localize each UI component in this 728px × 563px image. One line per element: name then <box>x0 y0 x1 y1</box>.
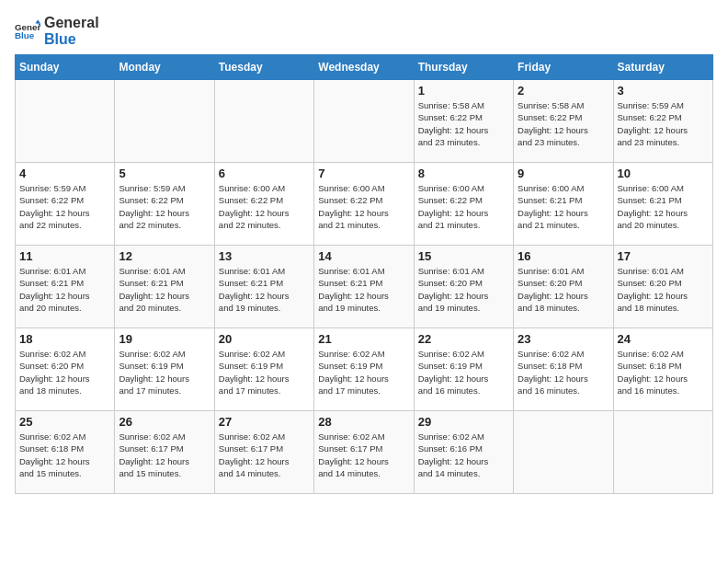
weekday-header: Tuesday <box>214 55 313 80</box>
day-info: Sunrise: 6:02 AM Sunset: 6:18 PM Dayligh… <box>618 348 709 396</box>
day-info: Sunrise: 5:59 AM Sunset: 6:22 PM Dayligh… <box>618 99 709 148</box>
day-number: 12 <box>119 249 210 263</box>
calendar-cell: 17Sunrise: 6:01 AM Sunset: 6:20 PM Dayli… <box>613 246 712 328</box>
day-number: 4 <box>19 167 110 180</box>
calendar-cell: 12Sunrise: 6:01 AM Sunset: 6:21 PM Dayli… <box>115 246 214 328</box>
day-info: Sunrise: 6:02 AM Sunset: 6:20 PM Dayligh… <box>19 348 110 396</box>
calendar-header: SundayMondayTuesdayWednesdayThursdayFrid… <box>16 55 713 80</box>
calendar-cell <box>613 411 712 494</box>
header: General Blue General Blue <box>15 15 713 47</box>
day-number: 17 <box>618 249 709 263</box>
calendar-cell: 11Sunrise: 6:01 AM Sunset: 6:21 PM Dayli… <box>16 246 115 328</box>
calendar-cell: 16Sunrise: 6:01 AM Sunset: 6:20 PM Dayli… <box>514 246 613 328</box>
day-info: Sunrise: 6:01 AM Sunset: 6:20 PM Dayligh… <box>618 265 709 314</box>
svg-text:Blue: Blue <box>15 30 35 40</box>
calendar-cell: 5Sunrise: 5:59 AM Sunset: 6:22 PM Daylig… <box>115 163 214 246</box>
day-number: 21 <box>318 332 409 346</box>
day-number: 19 <box>119 332 210 346</box>
weekday-header: Saturday <box>613 55 712 80</box>
calendar-cell: 15Sunrise: 6:01 AM Sunset: 6:20 PM Dayli… <box>414 246 513 328</box>
day-info: Sunrise: 6:00 AM Sunset: 6:21 PM Dayligh… <box>618 182 709 231</box>
calendar-week-row: 4Sunrise: 5:59 AM Sunset: 6:22 PM Daylig… <box>16 163 713 246</box>
calendar-week-row: 1Sunrise: 5:58 AM Sunset: 6:22 PM Daylig… <box>16 80 713 163</box>
day-info: Sunrise: 6:00 AM Sunset: 6:21 PM Dayligh… <box>518 182 609 231</box>
day-number: 25 <box>19 415 110 429</box>
weekday-header: Friday <box>514 55 613 80</box>
day-info: Sunrise: 6:02 AM Sunset: 6:17 PM Dayligh… <box>318 431 409 479</box>
day-info: Sunrise: 6:02 AM Sunset: 6:19 PM Dayligh… <box>318 348 409 396</box>
day-info: Sunrise: 6:01 AM Sunset: 6:21 PM Dayligh… <box>119 265 210 314</box>
calendar-cell: 21Sunrise: 6:02 AM Sunset: 6:19 PM Dayli… <box>314 328 414 411</box>
day-number: 22 <box>418 332 509 346</box>
day-info: Sunrise: 6:02 AM Sunset: 6:18 PM Dayligh… <box>518 348 609 396</box>
calendar-cell: 20Sunrise: 6:02 AM Sunset: 6:19 PM Dayli… <box>214 328 313 411</box>
day-number: 27 <box>219 415 310 429</box>
day-number: 6 <box>219 167 310 180</box>
day-number: 13 <box>219 249 310 263</box>
calendar-cell <box>16 80 115 163</box>
weekday-header: Wednesday <box>314 55 414 80</box>
day-number: 3 <box>618 84 709 98</box>
calendar-cell: 14Sunrise: 6:01 AM Sunset: 6:21 PM Dayli… <box>314 246 414 328</box>
day-info: Sunrise: 6:00 AM Sunset: 6:22 PM Dayligh… <box>219 182 310 231</box>
calendar-cell: 23Sunrise: 6:02 AM Sunset: 6:18 PM Dayli… <box>514 328 613 411</box>
day-number: 5 <box>119 167 210 180</box>
day-info: Sunrise: 5:59 AM Sunset: 6:22 PM Dayligh… <box>119 182 210 231</box>
day-info: Sunrise: 6:02 AM Sunset: 6:19 PM Dayligh… <box>418 348 509 396</box>
day-info: Sunrise: 6:02 AM Sunset: 6:19 PM Dayligh… <box>219 348 310 396</box>
weekday-header: Sunday <box>16 55 115 80</box>
calendar-cell <box>115 80 214 163</box>
calendar-cell: 1Sunrise: 5:58 AM Sunset: 6:22 PM Daylig… <box>414 80 513 163</box>
calendar-cell <box>514 411 613 494</box>
calendar-cell: 10Sunrise: 6:00 AM Sunset: 6:21 PM Dayli… <box>613 163 712 246</box>
calendar-cell: 24Sunrise: 6:02 AM Sunset: 6:18 PM Dayli… <box>613 328 712 411</box>
weekday-header: Monday <box>115 55 214 80</box>
day-number: 14 <box>318 249 409 263</box>
calendar-cell <box>314 80 414 163</box>
day-number: 28 <box>318 415 409 429</box>
calendar-body: 1Sunrise: 5:58 AM Sunset: 6:22 PM Daylig… <box>16 80 713 494</box>
day-number: 2 <box>518 84 609 98</box>
calendar-cell: 27Sunrise: 6:02 AM Sunset: 6:17 PM Dayli… <box>214 411 313 494</box>
day-number: 18 <box>19 332 110 346</box>
day-info: Sunrise: 6:01 AM Sunset: 6:20 PM Dayligh… <box>518 265 609 314</box>
day-info: Sunrise: 6:01 AM Sunset: 6:20 PM Dayligh… <box>418 265 509 314</box>
day-number: 1 <box>418 84 509 98</box>
day-number: 10 <box>618 167 709 180</box>
day-info: Sunrise: 6:01 AM Sunset: 6:21 PM Dayligh… <box>219 265 310 314</box>
calendar-cell: 13Sunrise: 6:01 AM Sunset: 6:21 PM Dayli… <box>214 246 313 328</box>
calendar-cell: 4Sunrise: 5:59 AM Sunset: 6:22 PM Daylig… <box>16 163 115 246</box>
logo-icon: General Blue <box>15 18 40 44</box>
day-info: Sunrise: 6:02 AM Sunset: 6:18 PM Dayligh… <box>19 431 110 479</box>
day-number: 20 <box>219 332 310 346</box>
calendar-cell: 28Sunrise: 6:02 AM Sunset: 6:17 PM Dayli… <box>314 411 414 494</box>
calendar-table: SundayMondayTuesdayWednesdayThursdayFrid… <box>15 54 713 494</box>
header-row: SundayMondayTuesdayWednesdayThursdayFrid… <box>16 55 713 80</box>
calendar-cell: 7Sunrise: 6:00 AM Sunset: 6:22 PM Daylig… <box>314 163 414 246</box>
day-info: Sunrise: 6:01 AM Sunset: 6:21 PM Dayligh… <box>19 265 110 314</box>
calendar-cell <box>214 80 313 163</box>
calendar-cell: 26Sunrise: 6:02 AM Sunset: 6:17 PM Dayli… <box>115 411 214 494</box>
day-number: 26 <box>119 415 210 429</box>
day-number: 8 <box>418 167 509 180</box>
calendar-week-row: 25Sunrise: 6:02 AM Sunset: 6:18 PM Dayli… <box>16 411 713 494</box>
calendar-week-row: 11Sunrise: 6:01 AM Sunset: 6:21 PM Dayli… <box>16 246 713 328</box>
calendar-cell: 2Sunrise: 5:58 AM Sunset: 6:22 PM Daylig… <box>514 80 613 163</box>
calendar-cell: 18Sunrise: 6:02 AM Sunset: 6:20 PM Dayli… <box>16 328 115 411</box>
day-number: 7 <box>318 167 409 180</box>
day-number: 9 <box>518 167 609 180</box>
day-info: Sunrise: 6:02 AM Sunset: 6:16 PM Dayligh… <box>418 431 509 479</box>
day-number: 15 <box>418 249 509 263</box>
day-info: Sunrise: 6:02 AM Sunset: 6:17 PM Dayligh… <box>219 431 310 479</box>
day-number: 24 <box>618 332 709 346</box>
day-info: Sunrise: 6:02 AM Sunset: 6:19 PM Dayligh… <box>119 348 210 396</box>
calendar-cell: 22Sunrise: 6:02 AM Sunset: 6:19 PM Dayli… <box>414 328 513 411</box>
day-number: 23 <box>518 332 609 346</box>
logo: General Blue General Blue <box>15 15 99 47</box>
day-info: Sunrise: 6:01 AM Sunset: 6:21 PM Dayligh… <box>318 265 409 314</box>
calendar-cell: 6Sunrise: 6:00 AM Sunset: 6:22 PM Daylig… <box>214 163 313 246</box>
day-info: Sunrise: 5:59 AM Sunset: 6:22 PM Dayligh… <box>19 182 110 231</box>
weekday-header: Thursday <box>414 55 513 80</box>
day-info: Sunrise: 5:58 AM Sunset: 6:22 PM Dayligh… <box>418 99 509 148</box>
day-info: Sunrise: 6:00 AM Sunset: 6:22 PM Dayligh… <box>318 182 409 231</box>
